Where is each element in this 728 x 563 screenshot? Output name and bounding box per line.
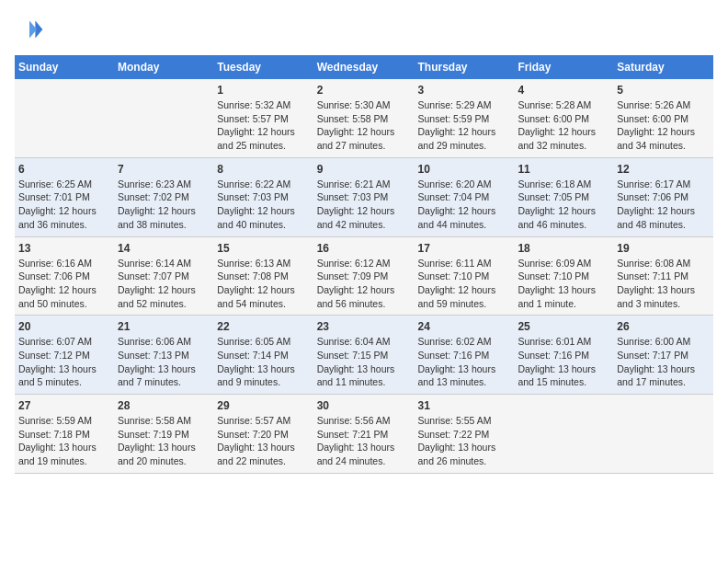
calendar-cell: 21Sunrise: 6:06 AM Sunset: 7:13 PM Dayli… bbox=[114, 316, 213, 395]
calendar-week-row: 20Sunrise: 6:07 AM Sunset: 7:12 PM Dayli… bbox=[15, 316, 713, 395]
day-number: 26 bbox=[617, 320, 710, 333]
day-info: Sunrise: 6:21 AM Sunset: 7:03 PM Dayligh… bbox=[317, 178, 411, 232]
day-number: 11 bbox=[518, 163, 609, 176]
calendar-cell: 18Sunrise: 6:09 AM Sunset: 7:10 PM Dayli… bbox=[514, 236, 613, 316]
day-number: 15 bbox=[217, 242, 309, 255]
day-number: 12 bbox=[617, 163, 710, 176]
calendar-cell bbox=[15, 79, 114, 157]
day-number: 4 bbox=[518, 84, 609, 97]
calendar-cell: 15Sunrise: 6:13 AM Sunset: 7:08 PM Dayli… bbox=[213, 236, 313, 316]
day-number: 25 bbox=[518, 320, 609, 333]
day-info: Sunrise: 6:08 AM Sunset: 7:11 PM Dayligh… bbox=[617, 257, 710, 311]
day-number: 13 bbox=[18, 242, 110, 255]
day-info: Sunrise: 5:58 AM Sunset: 7:19 PM Dayligh… bbox=[118, 414, 210, 468]
calendar-cell: 9Sunrise: 6:21 AM Sunset: 7:03 PM Daylig… bbox=[313, 157, 415, 236]
calendar-cell: 28Sunrise: 5:58 AM Sunset: 7:19 PM Dayli… bbox=[114, 395, 213, 474]
weekday-header: Sunday bbox=[15, 55, 114, 79]
weekday-header: Friday bbox=[514, 55, 613, 79]
calendar-cell: 10Sunrise: 6:20 AM Sunset: 7:04 PM Dayli… bbox=[415, 157, 515, 236]
day-number: 10 bbox=[418, 163, 511, 176]
calendar-cell: 4Sunrise: 5:28 AM Sunset: 6:00 PM Daylig… bbox=[514, 79, 613, 157]
day-info: Sunrise: 6:05 AM Sunset: 7:14 PM Dayligh… bbox=[217, 335, 309, 389]
weekday-header: Monday bbox=[114, 55, 213, 79]
calendar-cell: 13Sunrise: 6:16 AM Sunset: 7:06 PM Dayli… bbox=[15, 236, 114, 316]
day-info: Sunrise: 5:30 AM Sunset: 5:58 PM Dayligh… bbox=[317, 98, 411, 153]
day-info: Sunrise: 6:04 AM Sunset: 7:15 PM Dayligh… bbox=[317, 335, 411, 389]
calendar-cell bbox=[514, 395, 613, 474]
day-number: 31 bbox=[418, 399, 511, 412]
day-info: Sunrise: 6:13 AM Sunset: 7:08 PM Dayligh… bbox=[217, 257, 309, 311]
weekday-header: Wednesday bbox=[313, 55, 415, 79]
calendar-cell: 17Sunrise: 6:11 AM Sunset: 7:10 PM Dayli… bbox=[415, 236, 515, 316]
day-number: 17 bbox=[418, 242, 511, 255]
calendar-cell: 16Sunrise: 6:12 AM Sunset: 7:09 PM Dayli… bbox=[313, 236, 415, 316]
day-info: Sunrise: 6:16 AM Sunset: 7:06 PM Dayligh… bbox=[18, 257, 110, 311]
day-number: 8 bbox=[217, 163, 309, 176]
day-number: 18 bbox=[518, 242, 609, 255]
calendar-table: SundayMondayTuesdayWednesdayThursdayFrid… bbox=[15, 55, 713, 474]
page-header bbox=[15, 15, 713, 44]
day-info: Sunrise: 5:32 AM Sunset: 5:57 PM Dayligh… bbox=[217, 98, 309, 153]
day-info: Sunrise: 5:57 AM Sunset: 7:20 PM Dayligh… bbox=[217, 414, 309, 468]
day-number: 7 bbox=[118, 163, 210, 176]
day-number: 1 bbox=[217, 84, 309, 97]
day-info: Sunrise: 6:14 AM Sunset: 7:07 PM Dayligh… bbox=[118, 257, 210, 311]
calendar-week-row: 1Sunrise: 5:32 AM Sunset: 5:57 PM Daylig… bbox=[15, 79, 713, 157]
day-info: Sunrise: 5:29 AM Sunset: 5:59 PM Dayligh… bbox=[418, 98, 511, 153]
day-info: Sunrise: 6:12 AM Sunset: 7:09 PM Dayligh… bbox=[317, 257, 411, 311]
day-number: 30 bbox=[317, 399, 411, 412]
day-info: Sunrise: 6:00 AM Sunset: 7:17 PM Dayligh… bbox=[617, 335, 710, 389]
day-number: 19 bbox=[617, 242, 710, 255]
calendar-cell: 26Sunrise: 6:00 AM Sunset: 7:17 PM Dayli… bbox=[613, 316, 713, 395]
calendar-cell: 8Sunrise: 6:22 AM Sunset: 7:03 PM Daylig… bbox=[213, 157, 313, 236]
day-info: Sunrise: 5:55 AM Sunset: 7:22 PM Dayligh… bbox=[418, 414, 511, 468]
calendar-cell: 25Sunrise: 6:01 AM Sunset: 7:16 PM Dayli… bbox=[514, 316, 613, 395]
day-info: Sunrise: 5:56 AM Sunset: 7:21 PM Dayligh… bbox=[317, 414, 411, 468]
calendar-cell: 14Sunrise: 6:14 AM Sunset: 7:07 PM Dayli… bbox=[114, 236, 213, 316]
day-info: Sunrise: 5:59 AM Sunset: 7:18 PM Dayligh… bbox=[18, 414, 110, 468]
calendar-cell: 20Sunrise: 6:07 AM Sunset: 7:12 PM Dayli… bbox=[15, 316, 114, 395]
calendar-week-row: 13Sunrise: 6:16 AM Sunset: 7:06 PM Dayli… bbox=[15, 236, 713, 316]
day-number: 5 bbox=[617, 84, 710, 97]
calendar-week-row: 27Sunrise: 5:59 AM Sunset: 7:18 PM Dayli… bbox=[15, 395, 713, 474]
calendar-cell: 6Sunrise: 6:25 AM Sunset: 7:01 PM Daylig… bbox=[15, 157, 114, 236]
day-number: 27 bbox=[18, 399, 110, 412]
calendar-cell: 3Sunrise: 5:29 AM Sunset: 5:59 PM Daylig… bbox=[415, 79, 515, 157]
logo-icon bbox=[15, 15, 44, 44]
calendar-cell: 31Sunrise: 5:55 AM Sunset: 7:22 PM Dayli… bbox=[415, 395, 515, 474]
day-number: 6 bbox=[18, 163, 110, 176]
day-info: Sunrise: 5:28 AM Sunset: 6:00 PM Dayligh… bbox=[518, 98, 609, 153]
day-info: Sunrise: 6:09 AM Sunset: 7:10 PM Dayligh… bbox=[518, 257, 609, 311]
day-number: 9 bbox=[317, 163, 411, 176]
calendar-cell: 22Sunrise: 6:05 AM Sunset: 7:14 PM Dayli… bbox=[213, 316, 313, 395]
calendar-cell bbox=[613, 395, 713, 474]
weekday-header: Saturday bbox=[613, 55, 713, 79]
day-info: Sunrise: 6:22 AM Sunset: 7:03 PM Dayligh… bbox=[217, 178, 309, 232]
day-number: 21 bbox=[118, 320, 210, 333]
day-number: 24 bbox=[418, 320, 511, 333]
day-number: 16 bbox=[317, 242, 411, 255]
calendar-cell: 7Sunrise: 6:23 AM Sunset: 7:02 PM Daylig… bbox=[114, 157, 213, 236]
day-number: 2 bbox=[317, 84, 411, 97]
calendar-cell: 2Sunrise: 5:30 AM Sunset: 5:58 PM Daylig… bbox=[313, 79, 415, 157]
weekday-header: Thursday bbox=[415, 55, 515, 79]
calendar-cell bbox=[114, 79, 213, 157]
calendar-cell: 12Sunrise: 6:17 AM Sunset: 7:06 PM Dayli… bbox=[613, 157, 713, 236]
day-number: 23 bbox=[317, 320, 411, 333]
day-info: Sunrise: 6:02 AM Sunset: 7:16 PM Dayligh… bbox=[418, 335, 511, 389]
calendar-cell: 24Sunrise: 6:02 AM Sunset: 7:16 PM Dayli… bbox=[415, 316, 515, 395]
day-info: Sunrise: 5:26 AM Sunset: 6:00 PM Dayligh… bbox=[617, 98, 710, 153]
day-number: 14 bbox=[118, 242, 210, 255]
logo bbox=[15, 15, 48, 44]
calendar-cell: 19Sunrise: 6:08 AM Sunset: 7:11 PM Dayli… bbox=[613, 236, 713, 316]
day-info: Sunrise: 6:23 AM Sunset: 7:02 PM Dayligh… bbox=[118, 178, 210, 232]
calendar-body: 1Sunrise: 5:32 AM Sunset: 5:57 PM Daylig… bbox=[15, 79, 713, 473]
calendar-cell: 27Sunrise: 5:59 AM Sunset: 7:18 PM Dayli… bbox=[15, 395, 114, 474]
calendar-week-row: 6Sunrise: 6:25 AM Sunset: 7:01 PM Daylig… bbox=[15, 157, 713, 236]
day-number: 3 bbox=[418, 84, 511, 97]
day-number: 22 bbox=[217, 320, 309, 333]
day-number: 20 bbox=[18, 320, 110, 333]
day-number: 29 bbox=[217, 399, 309, 412]
calendar-cell: 23Sunrise: 6:04 AM Sunset: 7:15 PM Dayli… bbox=[313, 316, 415, 395]
calendar-cell: 29Sunrise: 5:57 AM Sunset: 7:20 PM Dayli… bbox=[213, 395, 313, 474]
